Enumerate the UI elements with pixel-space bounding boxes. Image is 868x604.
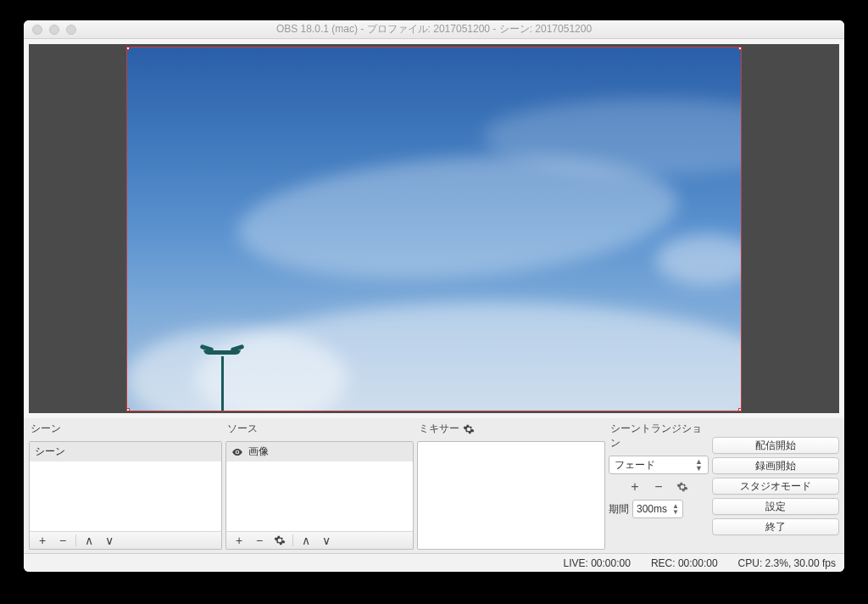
mixer-label-text: ミキサー — [419, 422, 459, 436]
sources-label: ソース — [225, 418, 414, 441]
move-scene-down-button[interactable]: ∨ — [100, 533, 119, 548]
remove-source-button[interactable]: − — [250, 533, 269, 548]
scene-item[interactable]: シーン — [30, 442, 221, 461]
resize-handle-bl[interactable] — [126, 408, 130, 411]
chevron-up-icon: ∧ — [85, 534, 93, 547]
titlebar: OBS 18.0.1 (mac) - プロファイル: 2017051200 - … — [24, 20, 844, 39]
move-scene-up-button[interactable]: ∧ — [80, 533, 98, 548]
preview-background — [29, 44, 839, 413]
eye-icon — [231, 446, 243, 458]
chevron-updown-icon: ▲▼ — [695, 458, 703, 472]
transition-selected: フェード — [615, 458, 655, 473]
source-item[interactable]: 画像 — [226, 442, 413, 461]
chevron-up-icon: ∧ — [302, 534, 310, 547]
scenes-toolbar: + − ∧ ∨ — [29, 531, 222, 550]
spinner-arrows-icon: ▲▼ — [672, 503, 679, 515]
window-title: OBS 18.0.1 (mac) - プロファイル: 2017051200 - … — [24, 22, 844, 36]
sources-panel: ソース 画像 + − ∧ ∨ — [225, 418, 414, 550]
preview-image[interactable] — [127, 48, 741, 411]
add-source-button[interactable]: + — [230, 533, 248, 548]
resize-handle-tr[interactable] — [738, 47, 742, 50]
plus-icon: + — [631, 479, 638, 495]
duration-spinner[interactable]: 300ms ▲▼ — [632, 500, 683, 518]
remove-transition-button[interactable]: − — [651, 479, 666, 495]
plus-icon: + — [39, 534, 46, 547]
mixer-label: ミキサー — [417, 418, 605, 441]
transition-buttons: + − — [609, 479, 709, 495]
sources-list[interactable]: 画像 — [225, 441, 414, 532]
sources-toolbar: + − ∧ ∨ — [225, 531, 414, 550]
preview-canvas[interactable] — [126, 47, 742, 411]
plus-icon: + — [236, 534, 242, 547]
status-bar: LIVE: 00:00:00 REC: 00:00:00 CPU: 2.3%, … — [24, 553, 844, 572]
mixer-settings-button[interactable] — [463, 423, 475, 435]
transition-select[interactable]: フェード ▲▼ — [609, 456, 709, 474]
scenes-panel: シーン シーン + − ∧ ∨ — [29, 418, 222, 550]
transition-label: シーントランジション — [609, 418, 709, 456]
transition-properties-button[interactable] — [675, 479, 690, 495]
add-transition-button[interactable]: + — [627, 479, 643, 495]
exit-button[interactable]: 終了 — [712, 518, 839, 535]
start-streaming-button[interactable]: 配信開始 — [712, 437, 839, 454]
scene-item-label: シーン — [35, 445, 65, 459]
dock: シーン シーン + − ∧ ∨ ソース — [24, 418, 844, 553]
minus-icon: − — [256, 534, 263, 547]
move-source-down-button[interactable]: ∨ — [317, 533, 336, 548]
separator — [292, 534, 293, 546]
source-properties-button[interactable] — [270, 533, 289, 548]
move-source-up-button[interactable]: ∧ — [297, 533, 315, 548]
preview-area — [24, 39, 844, 418]
transition-panel: シーントランジション フェード ▲▼ + − 期間 300ms ▲▼ — [609, 418, 709, 550]
mixer-list[interactable] — [417, 441, 605, 550]
status-live: LIVE: 00:00:00 — [563, 557, 630, 569]
controls-panel: 配信開始 録画開始 スタジオモード 設定 終了 — [712, 418, 839, 550]
chevron-down-icon: ∨ — [105, 534, 114, 547]
lamp-post — [203, 351, 241, 411]
resize-handle-br[interactable] — [738, 408, 742, 411]
add-scene-button[interactable]: + — [33, 533, 52, 548]
transition-duration-row: 期間 300ms ▲▼ — [609, 500, 709, 518]
scenes-label: シーン — [29, 418, 222, 441]
minus-icon: − — [59, 534, 66, 547]
separator — [75, 534, 76, 546]
source-item-label: 画像 — [248, 445, 269, 459]
duration-value: 300ms — [637, 503, 667, 515]
studio-mode-button[interactable]: スタジオモード — [712, 478, 839, 495]
gear-icon — [676, 481, 688, 493]
visibility-toggle[interactable] — [231, 446, 243, 458]
mixer-panel: ミキサー — [417, 418, 605, 550]
duration-label: 期間 — [609, 502, 629, 517]
start-recording-button[interactable]: 録画開始 — [712, 457, 839, 474]
remove-scene-button[interactable]: − — [53, 533, 72, 548]
minus-icon: − — [654, 479, 662, 495]
resize-handle-tl[interactable] — [126, 47, 130, 50]
settings-button[interactable]: 設定 — [712, 498, 839, 515]
gear-icon — [463, 423, 475, 435]
status-rec: REC: 00:00:00 — [651, 557, 718, 569]
scenes-list[interactable]: シーン — [29, 441, 222, 532]
chevron-down-icon: ∨ — [322, 534, 331, 547]
app-window: OBS 18.0.1 (mac) - プロファイル: 2017051200 - … — [24, 20, 844, 572]
gear-icon — [274, 534, 286, 546]
status-cpu: CPU: 2.3%, 30.00 fps — [738, 557, 836, 569]
